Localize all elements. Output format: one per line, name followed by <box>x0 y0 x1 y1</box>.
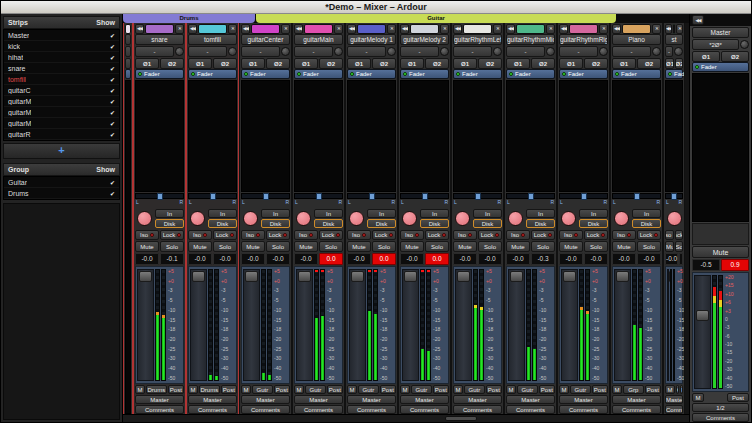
close-icon[interactable]: ✕ <box>599 24 608 34</box>
record-enable-button[interactable] <box>243 211 258 226</box>
group-button[interactable]: Grp <box>623 385 644 394</box>
record-enable-button[interactable] <box>614 211 629 226</box>
group-list-item[interactable]: Drums✔ <box>4 188 119 199</box>
pan-handle[interactable] <box>581 193 587 200</box>
comments-button[interactable]: Comments <box>241 405 290 414</box>
pan-widget[interactable]: L R <box>294 193 343 206</box>
solo-isolate-button[interactable]: Iso <box>506 230 530 240</box>
peak-display[interactable]: -0.1 <box>160 253 184 265</box>
visible-checkbox[interactable]: ✔ <box>110 54 115 61</box>
pan-slider[interactable] <box>559 193 608 199</box>
fader-active-led[interactable] <box>562 72 566 76</box>
meter-point-button[interactable]: Post <box>486 385 502 394</box>
monitor-disk-button[interactable]: Disk <box>155 219 184 228</box>
monitor-input-button[interactable]: In <box>367 209 396 218</box>
output-button[interactable]: - <box>400 46 439 57</box>
fader-active-led[interactable] <box>297 72 301 76</box>
solo-button[interactable]: Solo <box>213 241 237 252</box>
gain-display[interactable]: -0.0 <box>559 253 583 265</box>
peak-display[interactable]: 0.0 <box>425 253 449 265</box>
record-enable-button[interactable] <box>561 211 576 226</box>
solo-isolate-button[interactable]: Iso <box>665 230 674 240</box>
trim-knob[interactable] <box>652 47 661 56</box>
fader-processor-row[interactable]: Fader <box>506 69 555 79</box>
channel-fader[interactable] <box>349 269 366 381</box>
pan-handle[interactable] <box>475 193 481 200</box>
group-button[interactable]: Gutr <box>358 385 379 394</box>
strip-color-chip[interactable] <box>463 24 492 34</box>
trim-knob[interactable] <box>334 47 343 56</box>
monitor-disk-button[interactable]: Disk <box>261 219 290 228</box>
record-enable-button[interactable] <box>667 211 682 226</box>
fader-active-led[interactable] <box>509 72 513 76</box>
monitor-disk-button[interactable]: Disk <box>208 219 237 228</box>
solo-isolate-button[interactable]: Iso <box>400 230 424 240</box>
pan-slider[interactable] <box>188 193 237 199</box>
strip-color-chip[interactable] <box>304 24 333 34</box>
strip-color-chip[interactable] <box>145 24 174 34</box>
fader-processor-row[interactable]: Fader <box>665 69 683 79</box>
strip-color-chip[interactable] <box>357 24 386 34</box>
channel-fader[interactable] <box>508 269 525 381</box>
trim-knob[interactable] <box>175 47 184 56</box>
phase-2-button[interactable]: Ø2 <box>721 51 749 62</box>
gain-display[interactable]: -0.0 <box>453 253 477 265</box>
peak-display[interactable]: -0.3 <box>531 253 555 265</box>
phase-2-button[interactable]: Ø2 <box>531 58 555 69</box>
pan-handle[interactable] <box>369 193 375 200</box>
meter-point-button[interactable]: Post <box>680 385 683 394</box>
channel-fader[interactable] <box>137 269 154 381</box>
monitor-input-button[interactable]: In <box>261 209 290 218</box>
comments-button[interactable]: Comments <box>665 405 683 414</box>
monitor-disk-button[interactable]: Disk <box>632 219 661 228</box>
peak-display[interactable]: 0.0 <box>372 253 396 265</box>
output-route-button[interactable]: Master <box>188 395 237 404</box>
mute-button[interactable]: Mute <box>188 241 212 252</box>
phase-1-button[interactable]: Ø1 <box>665 58 674 69</box>
fader-processor-row[interactable]: Fader <box>559 69 608 79</box>
monitor-input-button[interactable]: In <box>526 209 555 218</box>
group-tab-guitar[interactable]: Guitar <box>256 14 616 23</box>
strip-list-item[interactable]: kick✔ <box>4 41 119 52</box>
fader-processor-row[interactable]: Fader <box>294 69 343 79</box>
phase-1-button[interactable]: Ø1 <box>400 58 424 69</box>
processor-box[interactable] <box>188 80 237 192</box>
metering-button[interactable]: M <box>400 385 410 394</box>
output-button[interactable]: - <box>559 46 598 57</box>
record-enable-button[interactable] <box>190 211 205 226</box>
pan-widget[interactable]: L R <box>506 193 555 206</box>
close-icon[interactable]: ✕ <box>652 24 661 34</box>
peak-display[interactable]: -0.0 <box>478 253 502 265</box>
mute-button[interactable]: Mute <box>135 241 159 252</box>
solo-lock-button[interactable]: Lock <box>425 230 449 240</box>
solo-isolate-button[interactable]: Iso <box>241 230 265 240</box>
comments-button[interactable]: Comments <box>188 405 237 414</box>
trim-knob[interactable] <box>440 47 449 56</box>
strip-name-button[interactable]: st <box>665 34 683 45</box>
peak-display[interactable]: -0.0 <box>637 253 661 265</box>
output-route-button[interactable]: Master <box>294 395 343 404</box>
phase-2-button[interactable]: Ø2 <box>266 58 290 69</box>
group-button[interactable]: Gutr <box>464 385 485 394</box>
pan-widget[interactable]: L R <box>453 193 502 206</box>
fader-handle[interactable] <box>510 271 523 282</box>
solo-lock-button[interactable]: Lock <box>531 230 555 240</box>
trim-knob[interactable] <box>281 47 290 56</box>
processor-box[interactable] <box>506 80 555 192</box>
narrow-strip-icon[interactable]: ◀◀ <box>188 24 197 34</box>
gain-display[interactable]: -0.0 <box>665 253 678 265</box>
channel-fader[interactable] <box>190 269 207 381</box>
solo-isolate-button[interactable]: Iso <box>347 230 371 240</box>
meter-point-button[interactable]: Post <box>433 385 449 394</box>
strip-list-item[interactable]: guitarM✔ <box>4 107 119 118</box>
group-button[interactable]: Gutr <box>517 385 538 394</box>
solo-isolate-button[interactable]: Iso <box>294 230 318 240</box>
solo-lock-button[interactable]: Lock <box>478 230 502 240</box>
meter-point-button[interactable]: Post <box>592 385 608 394</box>
strip-name-button[interactable] <box>125 34 131 45</box>
mute-button[interactable]: Mute <box>400 241 424 252</box>
monitor-disk-button[interactable]: Disk <box>526 219 555 228</box>
trim-knob[interactable] <box>599 47 608 56</box>
phase-2-button[interactable]: Ø2 <box>584 58 608 69</box>
narrow-strip-icon[interactable]: ◀◀ <box>692 15 704 25</box>
